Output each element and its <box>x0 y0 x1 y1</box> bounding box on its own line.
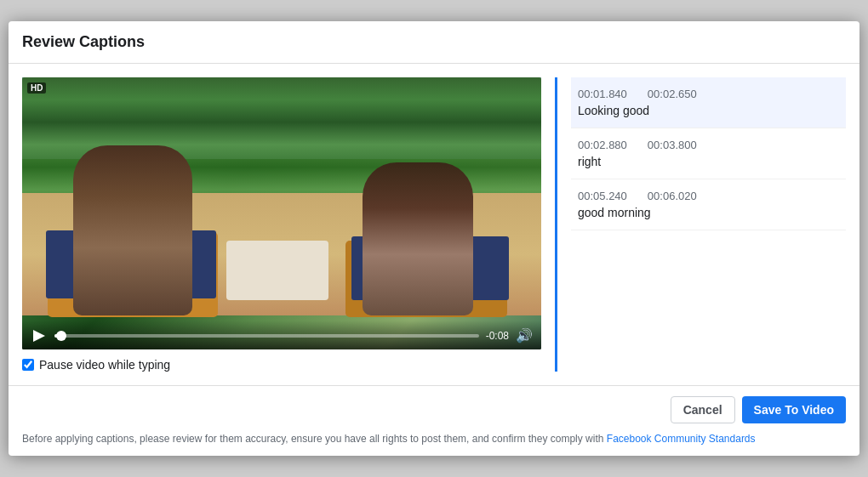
scene-person-right <box>363 162 473 315</box>
video-frame <box>22 77 541 349</box>
video-player[interactable]: HD -0:08 🔊 <box>22 77 541 349</box>
caption-text: good morning <box>578 206 839 219</box>
progress-bar[interactable] <box>54 334 479 338</box>
disclaimer-text: Before applying captions, please review … <box>22 433 607 445</box>
modal-title: Review Captions <box>9 21 859 64</box>
hd-badge: HD <box>27 82 46 94</box>
modal-footer: Cancel Save To Video Before applying cap… <box>9 385 859 457</box>
video-controls: -0:08 🔊 <box>22 321 541 349</box>
save-to-video-button[interactable]: Save To Video <box>742 396 846 423</box>
caption-start: 00:01.840 <box>578 88 627 100</box>
caption-entry[interactable]: 00:02.88000:03.800right <box>571 128 846 179</box>
footer-disclaimer: Before applying captions, please review … <box>22 432 846 446</box>
volume-icon[interactable]: 🔊 <box>516 327 533 344</box>
pause-typing-checkbox[interactable] <box>22 359 34 371</box>
pause-typing-label: Pause video while typing <box>39 358 170 372</box>
caption-end: 00:06.020 <box>648 190 697 202</box>
footer-buttons: Cancel Save To Video <box>22 396 846 423</box>
caption-start: 00:02.880 <box>578 139 627 151</box>
caption-text: right <box>578 155 839 168</box>
caption-times: 00:02.88000:03.800 <box>578 139 839 151</box>
caption-end: 00:03.800 <box>648 139 697 151</box>
caption-entry[interactable]: 00:01.84000:02.650Looking good <box>571 77 846 128</box>
facebook-standards-link[interactable]: Facebook Community Standards <box>607 433 756 445</box>
scene-table <box>226 241 328 300</box>
cancel-button[interactable]: Cancel <box>671 396 735 423</box>
play-icon <box>33 330 45 342</box>
review-captions-modal: Review Captions HD <box>9 21 859 457</box>
video-section: HD -0:08 🔊 Pause video while typing <box>22 77 541 372</box>
modal-body: HD -0:08 🔊 Pause video while typing <box>9 64 859 385</box>
time-display: -0:08 <box>486 330 509 342</box>
caption-entry[interactable]: 00:05.24000:06.020good morning <box>571 179 846 230</box>
caption-times: 00:01.84000:02.650 <box>578 88 839 100</box>
play-button[interactable] <box>31 327 48 344</box>
scene-person-left <box>73 145 192 315</box>
caption-start: 00:05.240 <box>578 190 627 202</box>
caption-text: Looking good <box>578 104 839 117</box>
pause-typing-row: Pause video while typing <box>22 358 541 372</box>
caption-times: 00:05.24000:06.020 <box>578 190 839 202</box>
progress-dot <box>56 331 66 341</box>
caption-end: 00:02.650 <box>648 88 697 100</box>
captions-panel: 00:01.84000:02.650Looking good00:02.8800… <box>555 77 846 372</box>
